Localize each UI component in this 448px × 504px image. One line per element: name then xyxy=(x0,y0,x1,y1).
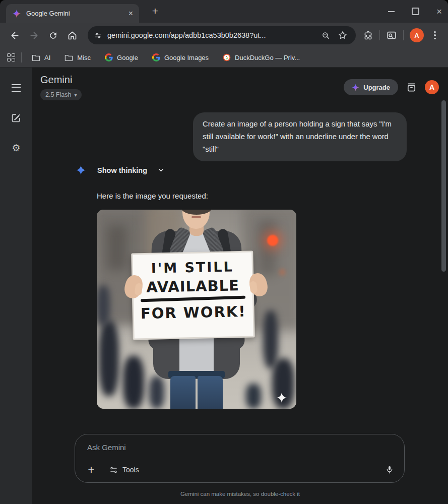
gemini-favicon-icon xyxy=(12,9,21,18)
mic-button[interactable] xyxy=(385,465,394,474)
bookmark-google-images[interactable]: Google Images xyxy=(148,51,213,64)
blurred-pedestrian xyxy=(263,310,278,368)
prompt-composer[interactable]: + Tools xyxy=(75,434,405,483)
extensions-icon[interactable] xyxy=(363,30,373,41)
apps-grid-icon[interactable] xyxy=(7,53,15,61)
prompt-input[interactable] xyxy=(86,443,370,452)
person-leg xyxy=(198,376,223,409)
tab-title: Google Gemini xyxy=(26,10,127,17)
traffic-light-glow xyxy=(267,235,278,246)
bookmark-duckduckgo[interactable]: DuckDuckGo — Priv... xyxy=(219,51,304,64)
bookmarks-divider xyxy=(21,52,22,62)
browser-menu-icon[interactable] xyxy=(430,31,440,40)
add-attachment-button[interactable]: + xyxy=(85,464,97,476)
person-mouth xyxy=(191,216,201,218)
person-leg xyxy=(170,376,196,409)
sign-line-2: AVAILABLE xyxy=(133,277,252,296)
microphone-icon xyxy=(385,465,394,474)
sign-line-3: FOR WORK! xyxy=(134,303,253,323)
blurred-pedestrian xyxy=(123,356,144,409)
model-selector[interactable]: 2.5 Flash ▾ xyxy=(40,89,82,100)
settings-button[interactable]: ⚙ xyxy=(6,138,26,158)
hamburger-icon xyxy=(12,84,21,92)
gemini-sparkle-icon xyxy=(76,165,86,175)
forward-button[interactable] xyxy=(25,27,42,44)
url-text[interactable]: gemini.google.com/app/adbb1ca53b0b2638?u… xyxy=(107,31,321,39)
browser-tab[interactable]: Google Gemini × xyxy=(6,4,139,23)
new-chat-icon xyxy=(11,113,21,123)
held-sign: I'M STILL AVAILABLE FOR WORK! xyxy=(131,250,255,340)
sign-underline xyxy=(141,296,245,302)
zoom-indicator-icon[interactable] xyxy=(321,31,331,40)
user-message-bubble: Create an image of a person holding a si… xyxy=(193,112,407,161)
reload-button[interactable] xyxy=(44,27,61,44)
blurred-pedestrian xyxy=(97,285,110,326)
home-button[interactable] xyxy=(63,27,81,44)
blurred-pedestrian xyxy=(246,384,261,409)
site-settings-icon[interactable] xyxy=(94,31,102,40)
tab-close-icon[interactable]: × xyxy=(127,10,134,18)
chevron-down-icon xyxy=(157,166,165,174)
chat-history-icon[interactable] xyxy=(406,82,417,93)
traffic-light-glow xyxy=(279,269,285,275)
main-menu-button[interactable] xyxy=(6,78,26,98)
scrollbar-thumb[interactable] xyxy=(441,100,446,272)
side-panel-search-icon[interactable] xyxy=(386,30,397,41)
tools-sliders-icon xyxy=(109,466,118,474)
address-bar[interactable]: gemini.google.com/app/adbb1ca53b0b2638?u… xyxy=(88,26,356,44)
window-close-icon[interactable]: × xyxy=(436,7,442,16)
blurred-window xyxy=(107,225,127,270)
blurred-pedestrian xyxy=(99,321,119,396)
browser-window: Google Gemini × + × gemini.google.com/ap… xyxy=(0,0,448,504)
page-title: Gemini xyxy=(40,74,82,86)
show-thinking-row[interactable]: Show thinking xyxy=(76,165,165,175)
toolbar-right: A xyxy=(363,28,442,42)
disclaimer-text: Gemini can make mistakes, so double-chec… xyxy=(32,491,448,497)
sign-line-1: I'M STILL xyxy=(133,259,252,277)
gemini-watermark-icon xyxy=(276,392,287,403)
upgrade-button[interactable]: Upgrade xyxy=(344,79,398,95)
maximize-icon[interactable] xyxy=(412,8,419,15)
gemini-main: Gemini 2.5 Flash ▾ Upgrade A Create an i… xyxy=(32,68,448,504)
show-thinking-label: Show thinking xyxy=(97,166,147,174)
generated-image[interactable]: I'M STILL AVAILABLE FOR WORK! xyxy=(97,210,296,409)
browser-profile-avatar[interactable]: A xyxy=(410,28,424,42)
window-controls: × xyxy=(388,0,442,23)
browser-toolbar: gemini.google.com/app/adbb1ca53b0b2638?u… xyxy=(0,23,448,48)
tab-bar: Google Gemini × + × xyxy=(0,0,448,23)
new-tab-button[interactable]: + xyxy=(149,5,161,17)
new-chat-button[interactable] xyxy=(6,108,26,128)
sparkle-icon xyxy=(352,84,359,91)
gemini-app: ⚙ Gemini 2.5 Flash ▾ Upgrade A xyxy=(0,68,448,504)
minimize-icon[interactable] xyxy=(388,11,395,12)
chevron-down-icon: ▾ xyxy=(74,92,77,98)
bookmark-google[interactable]: Google xyxy=(101,51,142,64)
back-button[interactable] xyxy=(6,27,23,44)
toolbar-divider xyxy=(403,30,404,40)
bookmarks-bar: AI Misc Google Google Images DuckDuckGo … xyxy=(0,48,448,68)
gemini-sidebar: ⚙ xyxy=(0,68,32,504)
bookmark-folder-ai[interactable]: AI xyxy=(28,52,54,64)
blurred-window xyxy=(258,220,276,275)
bookmark-star-icon[interactable] xyxy=(338,30,348,40)
toolbar-divider xyxy=(379,30,380,40)
response-intro-text: Here is the image you requested: xyxy=(97,192,208,200)
account-avatar[interactable]: A xyxy=(425,80,439,94)
blurred-pedestrian xyxy=(149,376,164,409)
gear-icon: ⚙ xyxy=(12,142,20,153)
bookmark-folder-misc[interactable]: Misc xyxy=(60,52,95,64)
tools-button[interactable]: Tools xyxy=(109,466,139,474)
